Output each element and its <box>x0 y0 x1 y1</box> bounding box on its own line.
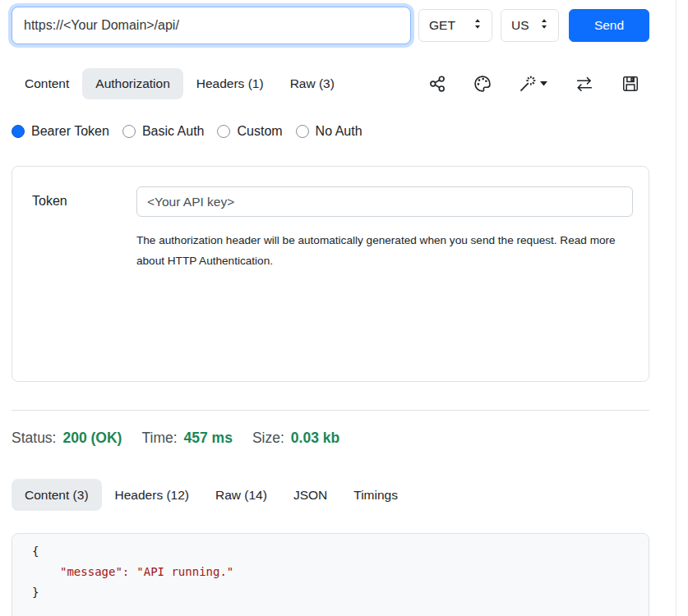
region-select-value: US <box>511 18 529 33</box>
token-label: Token <box>32 186 136 271</box>
palette-icon[interactable] <box>473 75 492 93</box>
status-label: Status: <box>12 430 56 447</box>
magic-wand-icon[interactable] <box>519 75 547 93</box>
response-summary: Status: 200 (OK) Time: 457 ms Size: 0.03… <box>12 430 676 447</box>
tab-content[interactable]: Content <box>12 68 82 99</box>
send-button[interactable]: Send <box>569 9 649 42</box>
response-tab-headers[interactable]: Headers (12) <box>102 479 202 511</box>
radio-selected-icon <box>12 125 25 138</box>
json-key: "message": <box>60 565 129 578</box>
size-value: 0.03 kb <box>291 430 339 447</box>
radio-unselected-icon <box>122 125 136 138</box>
status-value: 200 (OK) <box>62 430 122 447</box>
radio-unselected-icon <box>296 125 309 138</box>
updown-arrows-icon <box>540 17 548 34</box>
radio-no-auth[interactable]: No Auth <box>296 124 362 139</box>
tab-authorization[interactable]: Authorization <box>82 68 182 99</box>
auth-type-options: Bearer Token Basic Auth Custom No Auth <box>12 124 676 139</box>
radio-label: No Auth <box>316 124 362 139</box>
response-tab-json[interactable]: JSON <box>280 479 340 511</box>
tab-headers[interactable]: Headers (1) <box>183 68 277 99</box>
bearer-token-panel: Token The authorization header will be a… <box>12 166 649 382</box>
tab-raw[interactable]: Raw (3) <box>277 68 348 99</box>
share-icon[interactable] <box>428 75 446 93</box>
response-tabs-row: Content (3) Headers (12) Raw (14) JSON T… <box>12 479 676 511</box>
time-value: 457 ms <box>184 430 233 447</box>
radio-label: Bearer Token <box>31 124 109 139</box>
request-bar: GET US Send <box>12 7 676 44</box>
radio-bearer-token[interactable]: Bearer Token <box>12 124 109 139</box>
token-help-text: The authorization header will be automat… <box>136 230 635 271</box>
swap-arrows-icon[interactable] <box>575 76 594 92</box>
radio-basic-auth[interactable]: Basic Auth <box>122 124 205 139</box>
caret-down-icon <box>540 81 547 86</box>
method-select-value: GET <box>429 18 455 33</box>
radio-unselected-icon <box>217 125 230 138</box>
url-input[interactable] <box>12 7 411 44</box>
section-divider <box>12 410 649 411</box>
code-line: "message":"API running." <box>32 562 649 582</box>
response-tab-content[interactable]: Content (3) <box>12 479 102 511</box>
api-client-page: GET US Send Content Authorization Header… <box>0 0 676 616</box>
request-tabs-row: Content Authorization Headers (1) Raw (3… <box>12 68 676 99</box>
token-input[interactable] <box>136 186 633 217</box>
json-value: "API running." <box>136 565 233 578</box>
request-toolbar <box>428 75 640 93</box>
response-tab-raw[interactable]: Raw (14) <box>202 479 280 511</box>
save-icon[interactable] <box>621 75 640 93</box>
size-label: Size: <box>252 430 284 447</box>
code-line: } <box>32 582 649 603</box>
code-line: { <box>32 541 649 562</box>
method-select[interactable]: GET <box>418 9 492 42</box>
radio-custom[interactable]: Custom <box>217 124 282 139</box>
response-body: { "message":"API running." } <box>12 533 649 616</box>
time-label: Time: <box>141 430 177 447</box>
radio-label: Custom <box>237 124 282 139</box>
radio-label: Basic Auth <box>142 124 205 139</box>
response-tab-timings[interactable]: Timings <box>340 479 411 511</box>
region-select[interactable]: US <box>501 9 559 42</box>
updown-arrows-icon <box>473 17 482 34</box>
